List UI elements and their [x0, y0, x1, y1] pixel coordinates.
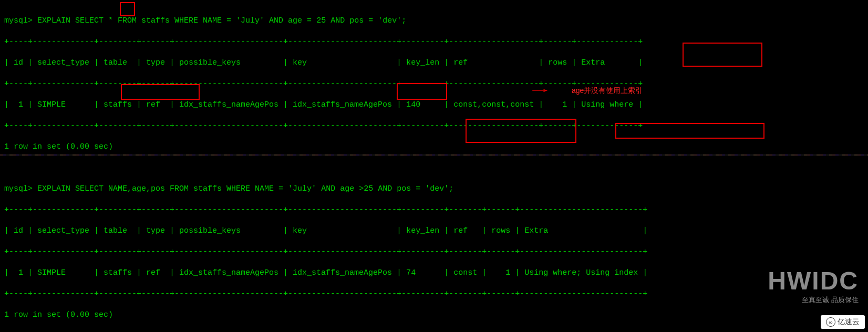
table1-header: | id | select_type | table | type | poss…: [4, 58, 864, 68]
select-star: *: [108, 16, 113, 25]
table2-footer: 1 row in set (0.00 sec): [4, 310, 864, 320]
age-condition: age >25: [340, 184, 373, 193]
arrow-icon: →: [532, 84, 547, 97]
table1-row: | 1 | SIMPLE | staffs | ref | idx_staffs…: [4, 100, 864, 110]
table1-sep: +----+-------------+--------+------+----…: [4, 121, 864, 131]
table2-sep: +----+-------------+--------+------+----…: [4, 205, 864, 215]
table2-sep: +----+-------------+--------+------+----…: [4, 247, 864, 257]
table1-sep: +----+-------------+--------+------+----…: [4, 37, 864, 47]
table2-header: | id | select_type | table | type | poss…: [4, 226, 864, 236]
annotation-text: age并没有使用上索引: [572, 86, 643, 96]
select-columns: NAME,age,pos: [108, 184, 165, 193]
terminal-output: mysql> EXPLAIN SELECT * FROM staffs WHER…: [0, 0, 868, 332]
mysql-prompt: mysql>: [4, 184, 37, 193]
mysql-prompt: mysql>: [4, 16, 37, 25]
table1-footer: 1 row in set (0.00 sec): [4, 142, 864, 152]
query2-line: mysql> EXPLAIN SELECT NAME,age,pos FROM …: [4, 184, 864, 194]
table1-sep: +----+-------------+--------+------+----…: [4, 79, 864, 89]
table2-sep: +----+-------------+--------+------+----…: [4, 289, 864, 299]
table2-row: | 1 | SIMPLE | staffs | ref | idx_staffs…: [4, 268, 864, 278]
query1-line: mysql> EXPLAIN SELECT * FROM staffs WHER…: [4, 16, 864, 26]
